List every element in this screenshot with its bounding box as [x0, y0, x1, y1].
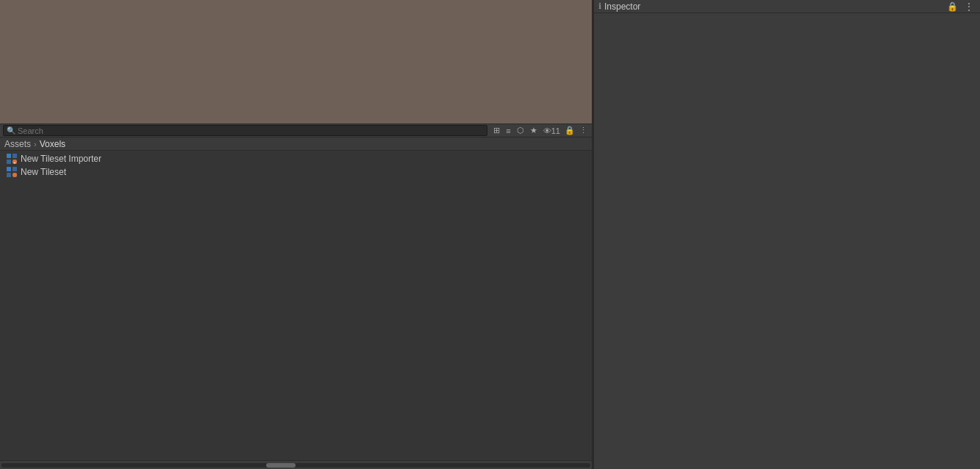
inspector-panel: ℹ Inspector 🔒 ⋮ [593, 0, 980, 469]
svg-rect-2 [7, 160, 11, 164]
list-view-button[interactable]: ≡ [504, 126, 512, 136]
breadcrumb-current: Voxels [40, 139, 65, 149]
scrollbar-thumb[interactable] [266, 463, 296, 468]
breadcrumb: Assets › Voxels [0, 137, 592, 151]
svg-rect-6 [7, 167, 11, 171]
inspector-title: Inspector [604, 1, 640, 12]
file-item-new-tileset-importer[interactable]: + New Tileset Importer [0, 152, 592, 165]
grid-view-button[interactable]: ⊞ [492, 125, 501, 136]
file-name-tileset-importer: New Tileset Importer [21, 154, 101, 164]
inspector-body [594, 13, 980, 469]
item-count: 11 [551, 126, 560, 135]
inspector-header-right: 🔒 ⋮ [947, 0, 976, 13]
svg-rect-0 [7, 154, 11, 158]
search-icon: 🔍 [7, 126, 15, 135]
list-icon: ≡ [506, 126, 510, 135]
inspector-lock-icon: 🔒 [947, 1, 958, 12]
horizontal-scrollbar[interactable] [0, 460, 592, 469]
svg-rect-7 [12, 167, 17, 171]
star-icon: ★ [530, 126, 537, 135]
search-container[interactable]: 🔍 [3, 125, 487, 136]
inspector-header: ℹ Inspector 🔒 ⋮ [594, 0, 980, 13]
svg-point-10 [12, 173, 17, 177]
lock-icon: 🔒 [565, 126, 575, 135]
eye-count-button[interactable]: 👁11 [542, 126, 562, 136]
search-input[interactable] [18, 126, 484, 135]
scene-view [0, 0, 592, 123]
toolbar-right: ⊞ ≡ ⬡ ★ 👁11 🔒 ⋮ [492, 125, 589, 136]
scrollbar-track[interactable] [1, 463, 590, 468]
tileset-importer-icon: + [6, 153, 18, 165]
filter-icon: ⬡ [517, 126, 524, 135]
inspector-menu-button[interactable]: ⋮ [962, 0, 976, 13]
filter-button[interactable]: ⬡ [515, 125, 526, 136]
inspector-more-icon: ⋮ [964, 1, 974, 12]
grid-icon: ⊞ [493, 126, 500, 135]
more-menu-button[interactable]: ⋮ [578, 125, 589, 136]
eye-icon: 👁 [543, 126, 551, 135]
project-toolbar: 🔍 ⊞ ≡ ⬡ ★ 👁11 🔒 ⋮ [0, 123, 592, 137]
inspector-title-area: ℹ Inspector [598, 1, 640, 12]
file-list: + New Tileset Importer New Tileset [0, 151, 592, 460]
inspector-info-icon: ℹ [598, 1, 601, 11]
toolbar-left: 🔍 [3, 125, 487, 136]
more-icon: ⋮ [579, 126, 587, 135]
file-item-new-tileset[interactable]: New Tileset [0, 165, 592, 179]
breadcrumb-root[interactable]: Assets [4, 139, 31, 149]
breadcrumb-separator: › [34, 140, 37, 148]
file-name-tileset: New Tileset [21, 167, 66, 177]
svg-rect-8 [7, 173, 11, 177]
left-panel: 🔍 ⊞ ≡ ⬡ ★ 👁11 🔒 ⋮ [0, 0, 592, 469]
svg-rect-1 [12, 154, 17, 158]
star-button[interactable]: ★ [529, 125, 539, 136]
svg-text:+: + [14, 160, 16, 165]
tileset-icon [6, 166, 18, 178]
